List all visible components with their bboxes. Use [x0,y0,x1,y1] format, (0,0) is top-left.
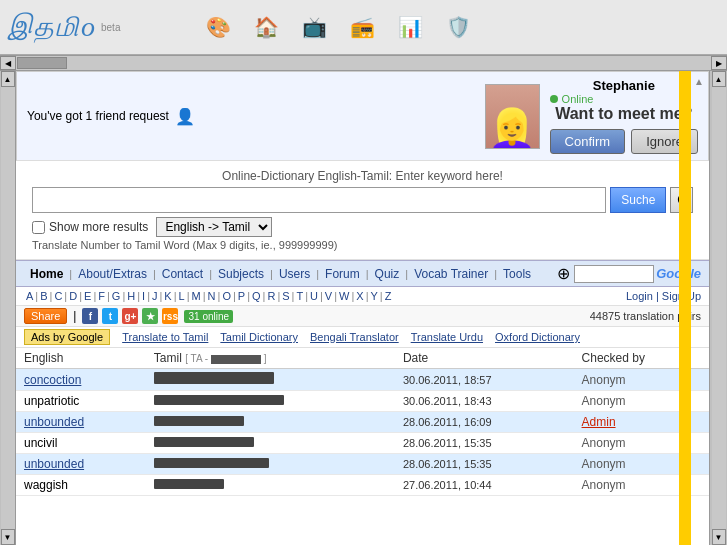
word-link[interactable]: unbounded [24,457,84,471]
nav-item-tools[interactable]: Tools [497,265,537,283]
palette-icon[interactable]: 🎨 [200,9,236,45]
ad-link-bengali[interactable]: Bengali Translator [310,331,399,343]
alpha-v[interactable]: V [323,290,334,302]
beta-badge: beta [101,22,120,33]
share-button[interactable]: Share [24,308,67,324]
right-scroll-down-button[interactable]: ▼ [712,529,726,545]
bookmark-icon[interactable]: ★ [142,308,158,324]
nav-bar: Home | About/Extras | Contact | Subjects… [16,260,709,287]
main-content: ▲ You've got 1 friend request 👤 👱‍♀️ Ste… [16,71,709,545]
admin-link[interactable]: Admin [582,415,616,429]
word-link[interactable]: unbounded [24,415,84,429]
alpha-t[interactable]: T [294,290,305,302]
yellow-strip [679,71,691,545]
separator: | [73,309,76,323]
nav-item-subjects[interactable]: Subjects [212,265,270,283]
friend-icon: 👤 [175,107,195,126]
scroll-up-button[interactable]: ▲ [1,71,15,87]
ad-link-oxford[interactable]: Oxford Dictionary [495,331,580,343]
date-cell: 27.06.2011, 10:44 [395,475,574,496]
google-search-input[interactable] [574,265,654,283]
nav-item-forum[interactable]: Forum [319,265,366,283]
home-icon[interactable]: 🏠 [248,9,284,45]
alpha-b[interactable]: B [38,290,49,302]
right-scroll-up-button[interactable]: ▲ [712,71,726,87]
table-row: waggish 27.06.2011, 10:44 Anonym [16,475,709,496]
ad-person-status: Online [550,93,698,105]
login-link[interactable]: Login [626,290,653,302]
search-input[interactable] [32,187,606,213]
alpha-q[interactable]: Q [250,290,263,302]
nav-item-home[interactable]: Home [24,265,69,283]
alpha-o[interactable]: O [220,290,233,302]
alpha-f[interactable]: F [96,290,107,302]
left-scrollbar[interactable]: ▲ ▼ [0,71,16,545]
alpha-d[interactable]: D [67,290,79,302]
date-cell: 30.06.2011, 18:57 [395,369,574,391]
googleplus-icon[interactable]: g+ [122,308,138,324]
alpha-letters: A| B| C| D| E| F| G| H| I| J| K| L| M| N… [24,290,393,302]
ad-card: Stephanie Online Want to meet me? Confir… [550,78,698,154]
alpha-h[interactable]: H [125,290,137,302]
alpha-e[interactable]: E [82,290,93,302]
rss-icon[interactable]: rss [162,308,178,324]
show-more-checkbox-label[interactable]: Show more results [32,220,148,234]
nav-item-contact[interactable]: Contact [156,265,209,283]
tv-icon[interactable]: 📺 [296,9,332,45]
horizontal-scrollbar[interactable]: ◀ ▶ [0,55,727,71]
alpha-n[interactable]: N [206,290,218,302]
word-cell: unpatriotic [16,391,146,412]
radio-icon[interactable]: 📻 [344,9,380,45]
twitter-icon[interactable]: t [102,308,118,324]
facebook-icon[interactable]: f [82,308,98,324]
language-select[interactable]: English -> Tamil [156,217,272,237]
col-tamil: Tamil [ TA - ] [146,348,395,369]
ad-link-tamil-dict[interactable]: Tamil Dictionary [220,331,298,343]
alpha-u[interactable]: U [308,290,320,302]
alpha-j[interactable]: J [150,290,160,302]
chart-icon[interactable]: 📊 [392,9,428,45]
alpha-k[interactable]: K [162,290,173,302]
alpha-m[interactable]: M [190,290,203,302]
date-cell: 28.06.2011, 15:35 [395,433,574,454]
scroll-thumb[interactable] [17,57,67,69]
alpha-a[interactable]: A [24,290,35,302]
right-scrollbar[interactable]: ▲ ▼ [709,71,727,545]
translate-note: Translate Number to Tamil Word (Max 9 di… [32,239,693,251]
shield-icon[interactable]: 🛡️ [440,9,476,45]
nav-item-about[interactable]: About/Extras [72,265,153,283]
search-button[interactable]: Suche [610,187,666,213]
alpha-w[interactable]: W [337,290,351,302]
alpha-s[interactable]: S [280,290,291,302]
nav-item-vocab[interactable]: Vocab Trainer [408,265,494,283]
nav-plus-icon[interactable]: ⊕ [557,264,570,283]
ad-link-translate[interactable]: Translate to Tamil [122,331,208,343]
nav-item-users[interactable]: Users [273,265,316,283]
scroll-left-button[interactable]: ◀ [0,56,16,70]
alpha-c[interactable]: C [52,290,64,302]
app-logo[interactable]: இதமிo [8,11,97,44]
table-row: unbounded 28.06.2011, 16:09 Admin [16,412,709,433]
ads-by-google-label: Ads by Google [24,329,110,345]
alpha-bar: A| B| C| D| E| F| G| H| I| J| K| L| M| N… [16,287,709,306]
alpha-r[interactable]: R [265,290,277,302]
alpha-x[interactable]: X [354,290,365,302]
dictionary-table: English Tamil [ TA - ] Date Checked by c… [16,348,709,496]
alpha-y[interactable]: Y [369,290,380,302]
nav-item-quiz[interactable]: Quiz [369,265,406,283]
alpha-g[interactable]: G [110,290,123,302]
table-row: concoction 30.06.2011, 18:57 Anonym [16,369,709,391]
alpha-i[interactable]: I [140,290,147,302]
show-more-checkbox[interactable] [32,221,45,234]
table-row: unbounded 28.06.2011, 15:35 Anonym [16,454,709,475]
scroll-right-button[interactable]: ▶ [711,56,727,70]
scroll-down-button[interactable]: ▼ [1,529,15,545]
alpha-p[interactable]: P [236,290,247,302]
col-english: English [16,348,146,369]
confirm-button[interactable]: Confirm [550,129,626,154]
ad-link-urdu[interactable]: Translate Urdu [411,331,483,343]
ad-question-text: Want to meet me? [550,105,698,123]
alpha-l[interactable]: L [177,290,187,302]
alpha-z[interactable]: Z [383,290,394,302]
word-link[interactable]: concoction [24,373,81,387]
